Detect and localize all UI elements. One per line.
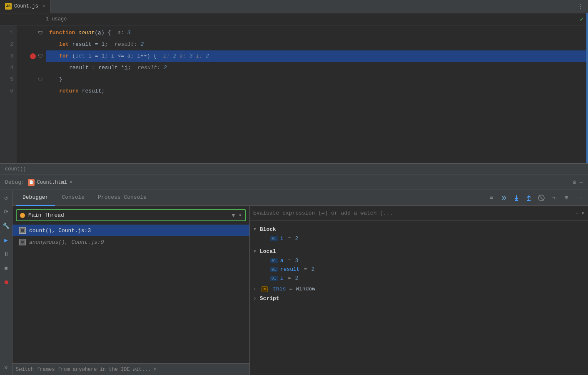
eval-dropdown-icon[interactable]: ▾ bbox=[581, 210, 585, 217]
code-line-4: result = result * i; result: 2 bbox=[46, 62, 588, 74]
svg-rect-7 bbox=[21, 229, 24, 232]
var-val-i-block: 2 bbox=[295, 235, 298, 242]
editor-area: 1 usage ✓ 1 2 3 4 5 6 🛡 🛡 🛡 bbox=[0, 13, 588, 163]
result-assign: result = result * bbox=[69, 62, 125, 74]
gutter-row-2 bbox=[17, 39, 46, 50]
var-i-underline: i bbox=[125, 62, 128, 74]
keyword-for: for bbox=[59, 50, 69, 62]
sidebar-wrench-icon[interactable]: 🔧 bbox=[2, 222, 10, 230]
this-value: Window bbox=[296, 286, 315, 292]
var-result: result bbox=[72, 39, 92, 50]
frame-icon-anonymous bbox=[19, 239, 26, 245]
gutter-row-4 bbox=[17, 62, 46, 74]
sidebar-sync-icon[interactable]: ⟳ bbox=[2, 208, 10, 216]
tab-console[interactable]: Console bbox=[55, 190, 91, 206]
var-key-i-block: i bbox=[280, 235, 284, 242]
svg-rect-9 bbox=[21, 240, 24, 244]
thread-label: Main Thread bbox=[28, 212, 232, 218]
var-group-header-local[interactable]: ▾ Local bbox=[250, 246, 588, 256]
script-group-label: Script bbox=[260, 295, 279, 302]
line-num-4: 4 bbox=[0, 62, 13, 74]
return-result: result; bbox=[82, 85, 105, 97]
usage-text: 1 usage bbox=[46, 16, 67, 22]
shield-outline-icon-5: 🛡 bbox=[37, 77, 43, 82]
frame-label-anonymous: anonymous(), Count.js:9 bbox=[29, 239, 104, 245]
tab-debugger[interactable]: Debugger bbox=[16, 190, 55, 206]
this-badge: ≡ bbox=[262, 286, 268, 292]
eval-icons: + ▾ bbox=[575, 210, 585, 217]
inline-val-i2: i: 2 bbox=[196, 50, 209, 62]
left-sidebar: ↺ ⟳ 🔧 ▶ ⏸ ■ ⏺ » bbox=[0, 190, 12, 375]
keyword-function: function bbox=[49, 27, 75, 39]
eval-add-icon[interactable]: + bbox=[575, 210, 578, 217]
dropdown-icon[interactable]: ▾ bbox=[239, 212, 242, 219]
sidebar-stop-icon[interactable]: ■ bbox=[2, 264, 10, 272]
chevron-down-local: ▾ bbox=[253, 248, 257, 255]
sidebar-refresh-icon[interactable]: ↺ bbox=[2, 193, 10, 202]
inline-val-i1: i: 2 bbox=[163, 50, 176, 62]
sidebar-play-icon[interactable]: ▶ bbox=[2, 236, 10, 244]
gutter-row-1: 🛡 bbox=[17, 27, 46, 39]
block-group-label: Block bbox=[260, 226, 276, 232]
frames-bottom bbox=[12, 248, 249, 363]
line-num-1: 1 bbox=[0, 27, 13, 39]
line-num-6: 6 bbox=[0, 85, 13, 97]
toolbar-icons: ≡ ↷ ⊞ bbox=[486, 192, 572, 204]
tab-label: Count.js bbox=[14, 3, 38, 9]
var-eq-i-block: = bbox=[288, 235, 291, 242]
debug-file-tab[interactable]: 📄 Count.html × bbox=[28, 179, 72, 186]
debug-area: ↺ ⟳ 🔧 ▶ ⏸ ■ ⏺ » Debugger Console Process… bbox=[0, 190, 588, 375]
toolbar-mute-icon[interactable] bbox=[536, 192, 547, 204]
frame-item-anonymous[interactable]: anonymous(), Count.js:9 bbox=[12, 236, 249, 248]
frames-panel: Main Thread ▼ ▾ count(), Count.js:3 anon… bbox=[12, 206, 250, 375]
eval-input[interactable] bbox=[253, 210, 572, 216]
debug-file-close[interactable]: × bbox=[70, 180, 72, 185]
type-badge-result: 01 bbox=[270, 267, 278, 272]
var-val-i-local: 2 bbox=[295, 275, 298, 281]
var-group-script[interactable]: › Script bbox=[250, 294, 588, 303]
tab-count-js[interactable]: JS Count.js × bbox=[0, 0, 50, 13]
svg-line-5 bbox=[539, 195, 544, 200]
html-file-icon: 📄 bbox=[28, 179, 35, 186]
var-val-a: 3 bbox=[295, 258, 298, 264]
var-entry-i-block: 01 i = 2 bbox=[250, 234, 588, 243]
minimize-icon[interactable]: — bbox=[580, 179, 583, 186]
gutter-row-6 bbox=[17, 85, 46, 97]
var-group-header-block[interactable]: ▾ Block bbox=[250, 224, 588, 234]
debug-label: Debug: bbox=[5, 179, 25, 185]
status-bar-bottom: Switch frames from anywhere in the IDE w… bbox=[12, 363, 249, 375]
var-entry-result-local: 01 result = 2 bbox=[250, 265, 588, 274]
chevron-right-this: › bbox=[253, 286, 257, 292]
inline-val-result2: result: 2 bbox=[137, 62, 167, 74]
breakpoint-icon-3[interactable] bbox=[30, 53, 36, 59]
frame-label-count: count(), Count.js:3 bbox=[29, 228, 91, 234]
filter-icon[interactable]: ▼ bbox=[232, 212, 235, 219]
sidebar-record-icon[interactable]: ⏺ bbox=[2, 278, 10, 287]
toolbar-step-out-icon[interactable] bbox=[523, 192, 535, 204]
tab-process-console[interactable]: Process Console bbox=[91, 190, 153, 206]
var-group-block: ▾ Block 01 i = 2 bbox=[250, 222, 588, 245]
gutter: 🛡 🛡 🛡 bbox=[17, 25, 46, 163]
frame-item-count[interactable]: count(), Count.js:3 bbox=[12, 225, 249, 236]
sidebar-more-icon[interactable]: » bbox=[2, 363, 10, 372]
status-close-button[interactable]: × bbox=[153, 367, 156, 372]
thread-selector[interactable]: Main Thread ▼ ▾ bbox=[16, 209, 246, 221]
toolbar-run-to-icon[interactable]: ↷ bbox=[548, 192, 560, 204]
vars-content: ▾ Block 01 i = 2 ▾ bbox=[250, 221, 588, 375]
type-badge-i-block: 01 bbox=[270, 236, 278, 241]
inline-val-result: result: 2 bbox=[115, 39, 144, 50]
chevron-right-script: › bbox=[253, 295, 257, 302]
toolbar-frames-icon[interactable]: ≡ bbox=[486, 192, 497, 204]
toolbar-step-into-icon[interactable] bbox=[511, 192, 522, 204]
frame-icon-count bbox=[19, 227, 26, 234]
debug-file-name: Count.html bbox=[37, 180, 67, 185]
inline-val-a2: a: 3 bbox=[179, 50, 192, 62]
toolbar-step-over-icon[interactable] bbox=[498, 192, 510, 204]
toolbar-evaluate-icon[interactable]: ⊞ bbox=[561, 192, 572, 204]
sidebar-pause-icon[interactable]: ⏸ bbox=[2, 250, 10, 258]
tab-close-button[interactable]: × bbox=[42, 4, 45, 9]
tab-bar-menu-button[interactable]: ⋮ bbox=[573, 2, 588, 11]
gear-icon[interactable]: ⚙ bbox=[573, 179, 576, 186]
var-group-this[interactable]: › ≡ this = Window bbox=[250, 284, 588, 294]
toolbar-extra-icon[interactable]: ⋮⋮ bbox=[572, 195, 585, 200]
